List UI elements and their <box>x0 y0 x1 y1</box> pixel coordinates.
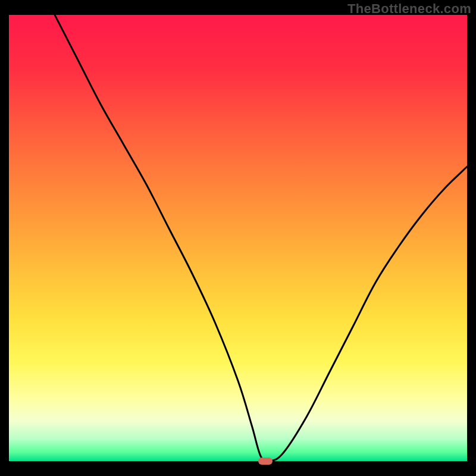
plot-area <box>9 15 467 461</box>
optimal-marker <box>258 458 273 465</box>
chart-container: TheBottleneck.com <box>0 0 476 476</box>
watermark-text: TheBottleneck.com <box>347 1 471 17</box>
bottleneck-curve <box>9 15 467 461</box>
